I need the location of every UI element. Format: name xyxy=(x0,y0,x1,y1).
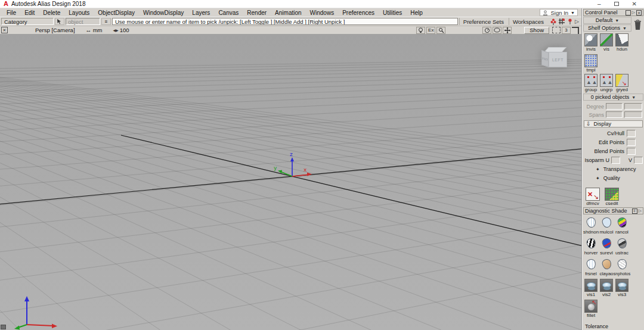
minimize-button[interactable]: – xyxy=(597,1,601,7)
shelf-item-ungrp[interactable]: ungrp xyxy=(600,74,613,92)
pick-toolbar: Category object ≡ Use mouse or enter nam… xyxy=(0,17,581,26)
panel-close-icon[interactable]: ✕ xyxy=(636,10,642,15)
picked-objects-dropdown[interactable]: 0 picked objects▼ xyxy=(583,94,643,101)
spans-u-field[interactable] xyxy=(606,111,623,118)
twirl-icon[interactable] xyxy=(482,27,491,34)
magnifier-icon[interactable] xyxy=(436,27,445,34)
show-button[interactable]: Show xyxy=(524,27,549,34)
shade-rancol[interactable]: rancol xyxy=(615,216,628,235)
bulb-icon[interactable] xyxy=(416,27,425,34)
blend-points-checkbox[interactable] xyxy=(627,148,636,155)
shelf-item-invis[interactable]: invis xyxy=(584,33,597,52)
restore-button[interactable] xyxy=(614,2,619,6)
menu-layouts[interactable]: Layouts xyxy=(64,10,94,16)
menu-render[interactable]: Render xyxy=(243,10,271,16)
pick-ex-button[interactable]: Ex xyxy=(426,27,435,34)
shade-expand-icon[interactable]: ▷ xyxy=(639,208,642,213)
flower-icon[interactable] xyxy=(550,18,557,25)
panel-window-icon[interactable] xyxy=(626,10,631,15)
shade-horver[interactable]: horver xyxy=(584,237,597,256)
menu-delete[interactable]: Delete xyxy=(39,10,64,16)
pin-icon[interactable] xyxy=(566,18,574,25)
quality-row[interactable]: ✦ Quality xyxy=(583,173,644,182)
shade-surevl[interactable]: surevl xyxy=(600,237,613,256)
menu-edit[interactable]: Edit xyxy=(20,10,39,16)
shelf-item-group[interactable]: group xyxy=(584,74,597,92)
isoparm-u-field[interactable] xyxy=(611,157,620,164)
shelf-options-dropdown[interactable]: Shelf Options▼ xyxy=(583,24,631,32)
user-icon xyxy=(543,10,548,15)
shelf-item-tmpl[interactable]: tmpl xyxy=(584,54,597,73)
menu-file[interactable]: File xyxy=(2,10,20,16)
shade-vis2[interactable]: vis2 xyxy=(600,279,613,297)
shade-ustrac[interactable]: ustrac xyxy=(615,237,628,256)
panel-expand-icon[interactable]: ▷ xyxy=(632,10,635,15)
layer-3-button[interactable]: 3 xyxy=(562,27,571,34)
view-cube[interactable]: FRT LEFT xyxy=(541,47,568,70)
preference-sets-button[interactable]: Preference Sets xyxy=(459,18,507,25)
view-cube-side-face[interactable]: FRT xyxy=(541,50,549,67)
menu-windowdisplay[interactable]: WindowDisplay xyxy=(139,10,188,16)
shade-fillet[interactable]: fillet xyxy=(584,300,597,318)
tool-csedit[interactable]: csedit xyxy=(604,188,620,206)
shelf-default-dropdown[interactable]: Default▼ xyxy=(583,17,631,24)
edit-points-checkbox[interactable] xyxy=(627,139,636,146)
menu-canvas[interactable]: Canvas xyxy=(214,10,243,16)
isoparm-v-field[interactable] xyxy=(634,157,643,164)
lasso-icon[interactable] xyxy=(493,27,501,34)
marquee-icon[interactable] xyxy=(552,27,561,33)
cv-hull-checkbox[interactable] xyxy=(627,130,636,137)
tmpl-icon xyxy=(584,54,597,67)
view-cube-front-face[interactable]: LEFT xyxy=(549,52,567,67)
list-icon[interactable]: ≡ xyxy=(101,18,111,25)
menu-help[interactable]: Help xyxy=(406,10,427,16)
category-dropdown[interactable]: Category xyxy=(1,18,54,25)
corner-expand-icon[interactable] xyxy=(572,27,579,34)
app-window: A Autodesk Alias Design 2018 – ✕ File Ed… xyxy=(0,0,644,330)
shade-vis1[interactable]: vis1 xyxy=(584,279,597,297)
collapse-icon[interactable]: ⇩ xyxy=(586,122,591,127)
shelf-item-vis[interactable]: vis xyxy=(600,33,613,52)
vis3-icon xyxy=(615,279,628,292)
perspective-viewport[interactable]: z x y xyxy=(0,34,581,330)
camera-label[interactable]: Persp [Camera] xyxy=(35,27,75,33)
horver-icon xyxy=(586,238,596,250)
menu-windows[interactable]: Windows xyxy=(306,10,339,16)
shdnon-icon xyxy=(586,217,596,229)
shade-vis3[interactable]: vis3 xyxy=(615,279,628,297)
trash-icon[interactable] xyxy=(631,17,643,32)
menu-utilities[interactable]: Utilities xyxy=(379,10,406,16)
menu-layers[interactable]: Layers xyxy=(188,10,214,16)
spans-v-field[interactable] xyxy=(624,111,642,118)
shade-mulcol[interactable]: mulcol xyxy=(600,216,613,235)
diagnostic-shade-header[interactable]: Diagnostic Shade ≡ ▷ xyxy=(583,207,643,214)
sign-in-button[interactable]: Sign In ▼ xyxy=(540,9,578,16)
shelf-item-gryed[interactable]: gryed xyxy=(615,74,628,92)
menu-animation[interactable]: Animation xyxy=(271,10,305,16)
tool-dfmcv[interactable]: dfmcv xyxy=(585,188,600,206)
degree-v-field[interactable] xyxy=(624,103,642,110)
expand-toolbar-icon[interactable]: ▷ xyxy=(575,18,579,24)
shade-list-icon[interactable]: ≡ xyxy=(632,208,637,214)
grid-tool-icon[interactable] xyxy=(558,18,565,25)
menu-objectdisplay[interactable]: ObjectDisplay xyxy=(94,10,139,16)
shade-clayao[interactable]: clayao xyxy=(600,258,613,276)
zoom-level[interactable]: ◀▶100 xyxy=(113,27,129,33)
degree-u-field[interactable] xyxy=(606,103,623,110)
shelf-item-hdun[interactable]: hdun xyxy=(615,33,628,52)
menu-preferences[interactable]: Preferences xyxy=(338,10,379,16)
close-button[interactable]: ✕ xyxy=(632,1,637,7)
transparency-row[interactable]: ✦ Transparency xyxy=(583,164,644,173)
viewport-close-icon[interactable]: ✕ xyxy=(1,27,8,33)
move-icon[interactable] xyxy=(503,27,512,34)
viewport-resize-icon[interactable] xyxy=(1,325,6,329)
shade-frsnel[interactable]: frsnel xyxy=(584,258,597,276)
workspaces-button[interactable]: Workspaces xyxy=(509,18,547,25)
control-panel-header[interactable]: Control Panel ▷ ✕ xyxy=(583,9,643,16)
display-section-header[interactable]: ⇩ Display xyxy=(584,120,643,127)
prompt-line[interactable]: Use mouse or enter name of item to pick … xyxy=(112,18,458,25)
object-name-field[interactable]: object xyxy=(66,18,100,25)
shade-snphotos[interactable]: snphotos xyxy=(615,258,628,276)
shade-shdnon[interactable]: shdnon xyxy=(584,216,597,235)
pick-cursor-icon[interactable] xyxy=(55,18,64,25)
